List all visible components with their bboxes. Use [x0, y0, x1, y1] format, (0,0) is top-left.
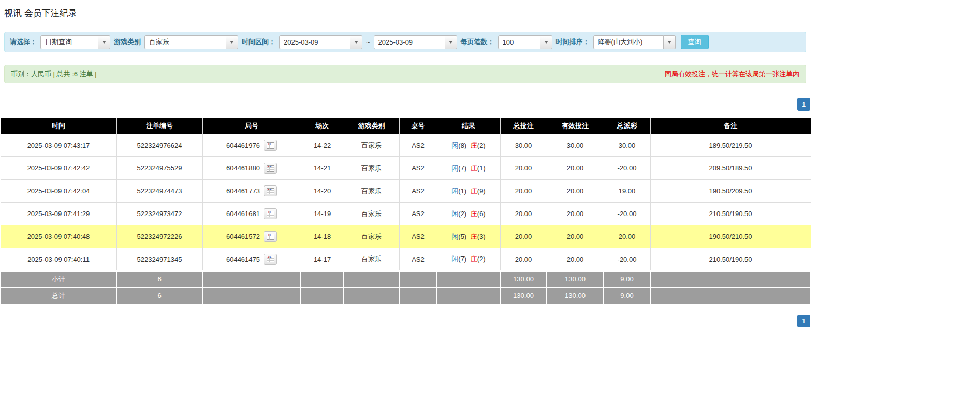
sort-order-input[interactable] — [593, 35, 664, 49]
empty-cell — [344, 288, 399, 304]
result-banker-label: 庄 — [471, 255, 477, 263]
select-type-combobox — [40, 35, 110, 49]
col-header-payout: 总派彩 — [604, 118, 650, 134]
subtotal-total-bet: 130.00 — [500, 271, 547, 288]
sort-order-combobox — [593, 35, 676, 49]
cell-result: 闲(8) 庄(2) — [437, 134, 500, 157]
roadmap-button[interactable] — [264, 208, 277, 219]
game-type-dropdown-button[interactable] — [226, 35, 238, 49]
select-type-dropdown-button[interactable] — [98, 35, 110, 49]
cell-payout: -20.00 — [604, 157, 650, 180]
roadmap-button[interactable] — [264, 140, 277, 151]
cell-bet-id: 522324976624 — [116, 134, 202, 157]
col-header-result: 结果 — [437, 118, 500, 134]
result-banker: 庄(6) — [471, 210, 486, 218]
range-separator: ~ — [366, 38, 370, 46]
empty-cell — [399, 271, 437, 288]
filter-bar: 请选择： 游戏类别 时间区间： ~ 每页笔数： 时间排序： — [4, 32, 806, 52]
date-to-picker — [374, 35, 457, 49]
cell-payout: 20.00 — [604, 225, 650, 248]
query-button[interactable]: 查询 — [681, 35, 709, 49]
roadmap-button[interactable] — [264, 254, 277, 265]
cell-payout: -20.00 — [604, 248, 650, 271]
result-player: 闲(1) — [451, 187, 466, 195]
cell-time: 2025-03-09 07:42:42 — [1, 157, 116, 180]
game-type-combobox — [144, 35, 238, 49]
cell-table-no: AS2 — [399, 225, 437, 248]
page-size-input[interactable] — [498, 35, 540, 49]
result-banker: 庄(2) — [471, 141, 486, 149]
roadmap-button[interactable] — [264, 163, 277, 174]
total-count: 6 — [116, 288, 202, 304]
round-number: 604461681 — [226, 210, 260, 218]
cell-payout: 30.00 — [604, 134, 650, 157]
date-from-input[interactable] — [279, 35, 350, 49]
cell-total-bet[interactable]: 20.00 — [500, 248, 547, 271]
cell-time: 2025-03-09 07:41:29 — [1, 203, 116, 225]
select-type-input[interactable] — [40, 35, 98, 49]
result-player: 闲(8) — [451, 141, 466, 149]
result-player: 闲(7) — [451, 164, 466, 172]
col-header-game-type: 游戏类别 — [344, 118, 399, 134]
cell-total-bet[interactable]: 20.00 — [500, 203, 547, 225]
roadmap-icon — [267, 234, 274, 240]
cell-session: 14-22 — [301, 134, 344, 157]
result-player-value: (7) — [458, 164, 466, 172]
table-row: 2025-03-09 07:40:11 522324971345 6044614… — [1, 248, 811, 271]
total-payout: 9.00 — [604, 288, 650, 304]
page-1-button[interactable]: 1 — [797, 98, 810, 111]
round-number: 604461773 — [226, 187, 260, 195]
cell-total-bet[interactable]: 30.00 — [500, 134, 547, 157]
result-player-value: (1) — [458, 187, 466, 195]
cell-remark: 189.50/219.50 — [650, 134, 811, 157]
cell-bet-id: 522324975529 — [116, 157, 202, 180]
page-size-dropdown-button[interactable] — [540, 35, 552, 49]
result-player-value: (7) — [458, 255, 466, 263]
table-summary-body: 小计 6 130.00 130.00 9.00 总计 6 13 — [1, 271, 811, 304]
page-1-button[interactable]: 1 — [797, 315, 810, 327]
table-row: 2025-03-09 07:42:04 522324974473 6044617… — [1, 180, 811, 203]
result-banker-label: 庄 — [471, 164, 477, 172]
roadmap-button[interactable] — [264, 185, 277, 196]
cell-bet-id: 522324974473 — [116, 180, 202, 203]
cell-bet-id: 522324972226 — [116, 225, 202, 248]
date-to-input[interactable] — [374, 35, 445, 49]
date-from-dropdown-button[interactable] — [350, 35, 362, 49]
date-to-dropdown-button[interactable] — [445, 35, 457, 49]
empty-cell — [399, 288, 437, 304]
table-row: 2025-03-09 07:40:48 522324972226 6044615… — [1, 225, 811, 248]
result-banker-label: 庄 — [471, 187, 477, 195]
total-row: 总计 6 130.00 130.00 9.00 — [1, 288, 811, 304]
cell-valid-bet: 30.00 — [547, 134, 604, 157]
roadmap-button[interactable] — [264, 231, 277, 242]
sort-order-dropdown-button[interactable] — [664, 35, 676, 49]
game-type-label: 游戏类别 — [114, 37, 141, 47]
cell-round: 604461572 — [202, 225, 301, 248]
empty-cell — [437, 271, 500, 288]
cell-total-bet[interactable]: 20.00 — [500, 180, 547, 203]
subtotal-payout: 9.00 — [604, 271, 650, 288]
cell-result: 闲(7) 庄(1) — [437, 157, 500, 180]
cell-payout: 19.00 — [604, 180, 650, 203]
table-row: 2025-03-09 07:43:17 522324976624 6044619… — [1, 134, 811, 157]
game-type-input[interactable] — [144, 35, 226, 49]
page-size-combobox — [498, 35, 552, 49]
pagination-bottom: 1 — [0, 315, 810, 327]
bet-records-table: 时间 注单编号 局号 场次 游戏类别 桌号 结果 总投注 有效投注 总派彩 备注… — [0, 118, 811, 305]
result-banker: 庄(9) — [471, 187, 486, 195]
cell-remark: 190.50/210.50 — [650, 225, 811, 248]
cell-remark: 210.50/190.50 — [650, 203, 811, 225]
cell-game-type: 百家乐 — [344, 134, 399, 157]
cell-total-bet[interactable]: 20.00 — [500, 157, 547, 180]
empty-cell — [344, 271, 399, 288]
result-player-label: 闲 — [451, 187, 458, 195]
cell-game-type: 百家乐 — [344, 157, 399, 180]
cell-table-no: AS2 — [399, 180, 437, 203]
round-number: 604461976 — [226, 141, 260, 149]
col-header-table-no: 桌号 — [399, 118, 437, 134]
cell-total-bet[interactable]: 20.00 — [500, 225, 547, 248]
result-banker-label: 庄 — [471, 141, 477, 149]
col-header-bet-id: 注单编号 — [116, 118, 202, 134]
page: 视讯 会员下注纪录 请选择： 游戏类别 时间区间： ~ 每页笔数： 时间排序： — [0, 0, 980, 327]
cell-result: 闲(2) 庄(6) — [437, 203, 500, 225]
